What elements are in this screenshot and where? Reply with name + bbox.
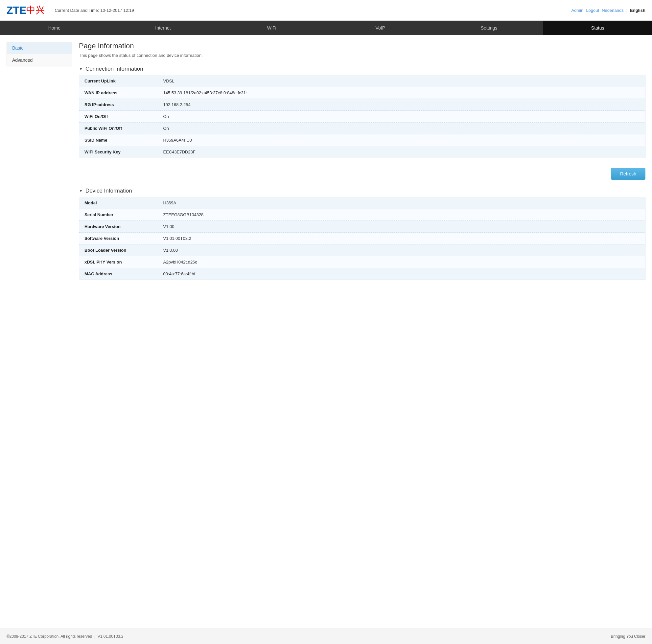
device-bootloader-value: V1.0.00 xyxy=(158,245,646,256)
device-section: ▼ Device Information Model H369A Serial … xyxy=(79,188,646,280)
logo-zte: ZTE xyxy=(6,4,26,17)
device-xdsl-label: xDSL PHY Version xyxy=(79,256,158,268)
nav-settings[interactable]: Settings xyxy=(435,21,544,35)
footer: ©2008-2017 ZTE Corporation. All rights r… xyxy=(0,628,652,644)
connection-wifi-onoff-label: WiFi On/Off xyxy=(79,111,158,122)
main-nav: Home Internet WiFi VoIP Settings Status xyxy=(0,21,652,35)
table-row: SSID Name H369A6A4FC0 xyxy=(79,134,646,146)
lang-english: English xyxy=(630,8,646,13)
nav-internet[interactable]: Internet xyxy=(109,21,218,35)
connection-wifi-key-value: EEC43E7DD23F xyxy=(158,146,646,158)
device-mac-label: MAC Address xyxy=(79,268,158,280)
connection-wan-label: WAN IP-address xyxy=(79,87,158,99)
sidebar-item-basic[interactable]: Basic xyxy=(7,42,72,54)
sidebar-item-advanced[interactable]: Advanced xyxy=(7,54,72,66)
table-row: MAC Address 00:4a:77:6a:4f:bf xyxy=(79,268,646,280)
device-bootloader-label: Boot Loader Version xyxy=(79,245,158,256)
logo-chinese: 中兴 xyxy=(26,4,45,17)
page-desc: This page shows the status of connection… xyxy=(79,53,646,58)
device-sw-label: Software Version xyxy=(79,233,158,245)
main-wrapper: Basic Advanced Page Information This pag… xyxy=(0,35,652,628)
connection-wifi-key-label: WiFi Security Key xyxy=(79,146,158,158)
nav-status[interactable]: Status xyxy=(543,21,652,35)
device-model-label: Model xyxy=(79,197,158,209)
device-sw-value: V1.01.00T03.2 xyxy=(158,233,646,245)
header: ZTE中兴 Current Date and Time: 10-12-2017 … xyxy=(0,0,652,21)
table-row: Current UpLink VDSL xyxy=(79,75,646,87)
device-section-header: ▼ Device Information xyxy=(79,188,646,194)
lang-dutch-link[interactable]: Nederlands xyxy=(602,8,624,13)
device-serial-label: Serial Number xyxy=(79,209,158,221)
connection-ssid-value: H369A6A4FC0 xyxy=(158,134,646,146)
connection-uplink-label: Current UpLink xyxy=(79,75,158,87)
lang-separator: | xyxy=(626,8,627,13)
table-row: WAN IP-address 145.53.39.181/2a02:a453:3… xyxy=(79,87,646,99)
device-xdsl-value: A2pvbH042t.d26o xyxy=(158,256,646,268)
footer-tagline: Bringing You Closer xyxy=(611,634,646,639)
connection-section: ▼ Connection Information Current UpLink … xyxy=(79,66,646,158)
table-row: WiFi On/Off On xyxy=(79,111,646,122)
table-row: Boot Loader Version V1.0.00 xyxy=(79,245,646,256)
header-right: Admin Logout Nederlands | English xyxy=(571,8,646,13)
device-mac-value: 00:4a:77:6a:4f:bf xyxy=(158,268,646,280)
datetime: Current Date and Time: 10-12-2017 12:19 xyxy=(55,8,134,13)
connection-ssid-label: SSID Name xyxy=(79,134,158,146)
nav-home[interactable]: Home xyxy=(0,21,109,35)
table-row: RG IP-address 192.168.2.254 xyxy=(79,99,646,111)
device-section-title: Device Information xyxy=(85,188,132,194)
admin-link[interactable]: Admin xyxy=(571,8,583,13)
connection-rg-value: 192.168.2.254 xyxy=(158,99,646,111)
footer-copyright: ©2008-2017 ZTE Corporation. All rights r… xyxy=(6,634,124,639)
connection-public-wifi-value: On xyxy=(158,122,646,134)
connection-public-wifi-label: Public WiFi On/Off xyxy=(79,122,158,134)
nav-wifi[interactable]: WiFi xyxy=(217,21,326,35)
device-model-value: H369A xyxy=(158,197,646,209)
table-row: Model H369A xyxy=(79,197,646,209)
content-area: Page Information This page shows the sta… xyxy=(79,42,646,290)
logo: ZTE中兴 xyxy=(6,4,45,17)
device-hw-label: Hardware Version xyxy=(79,221,158,233)
sidebar: Basic Advanced xyxy=(6,42,72,66)
table-row: Hardware Version V1.00 xyxy=(79,221,646,233)
device-arrow-icon: ▼ xyxy=(79,189,83,193)
device-hw-value: V1.00 xyxy=(158,221,646,233)
device-serial-value: ZTEEG8GGB104328 xyxy=(158,209,646,221)
table-row: WiFi Security Key EEC43E7DD23F xyxy=(79,146,646,158)
refresh-area: Refresh xyxy=(79,168,646,180)
connection-uplink-value: VDSL xyxy=(158,75,646,87)
page-title: Page Information xyxy=(79,42,646,50)
connection-section-header: ▼ Connection Information xyxy=(79,66,646,72)
connection-section-title: Connection Information xyxy=(85,66,143,72)
device-table: Model H369A Serial Number ZTEEG8GGB10432… xyxy=(79,197,646,280)
table-row: Software Version V1.01.00T03.2 xyxy=(79,233,646,245)
table-row: Serial Number ZTEEG8GGB104328 xyxy=(79,209,646,221)
table-row: Public WiFi On/Off On xyxy=(79,122,646,134)
nav-voip[interactable]: VoIP xyxy=(326,21,435,35)
connection-rg-label: RG IP-address xyxy=(79,99,158,111)
connection-wifi-onoff-value: On xyxy=(158,111,646,122)
refresh-button[interactable]: Refresh xyxy=(611,168,646,180)
connection-wan-value: 145.53.39.181/2a02:a453:37c8:0:848e:fc31… xyxy=(158,87,646,99)
table-row: xDSL PHY Version A2pvbH042t.d26o xyxy=(79,256,646,268)
connection-table: Current UpLink VDSL WAN IP-address 145.5… xyxy=(79,75,646,158)
logout-link[interactable]: Logout xyxy=(586,8,599,13)
connection-arrow-icon: ▼ xyxy=(79,67,83,71)
